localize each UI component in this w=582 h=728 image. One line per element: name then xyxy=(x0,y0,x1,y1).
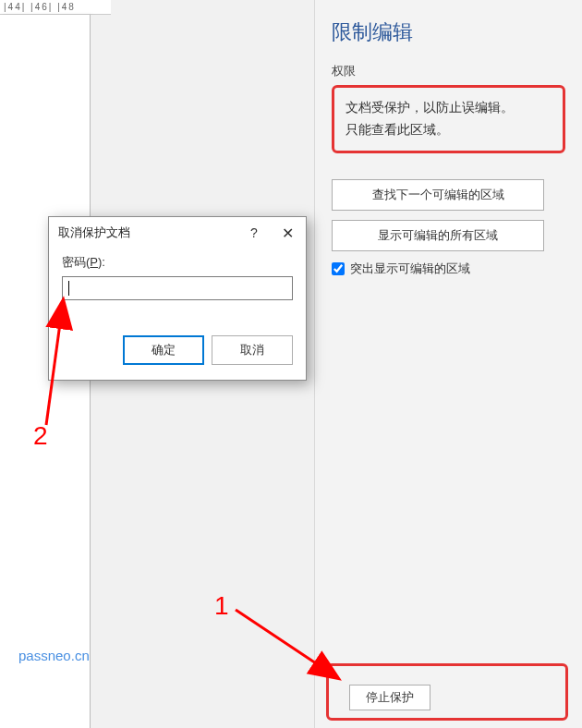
restrict-editing-pane: 限制编辑 权限 文档受保护，以防止误编辑。 只能查看此区域。 查找下一个可编辑的… xyxy=(314,0,582,728)
stop-protection-highlight: 停止保护 xyxy=(326,663,568,721)
show-all-regions-button[interactable]: 显示可编辑的所有区域 xyxy=(332,220,544,251)
perm-text-2: 只能查看此区域。 xyxy=(346,119,552,141)
password-label: 密码(P): xyxy=(62,254,293,271)
annotation-number-2: 2 xyxy=(33,421,48,451)
stop-protection-button[interactable]: 停止保护 xyxy=(349,685,430,710)
ok-button[interactable]: 确定 xyxy=(123,335,204,365)
text-cursor xyxy=(68,281,69,296)
highlight-regions-checkbox-row[interactable]: 突出显示可编辑的区域 xyxy=(332,261,565,277)
watermark: passneo.cn xyxy=(18,648,90,663)
permissions-label: 权限 xyxy=(332,63,565,79)
highlight-regions-label: 突出显示可编辑的区域 xyxy=(350,261,470,277)
dialog-title: 取消保护文档 xyxy=(58,224,237,241)
ruler: |44| |46| |48 xyxy=(0,0,111,15)
pane-title: 限制编辑 xyxy=(332,18,565,46)
highlight-regions-checkbox[interactable] xyxy=(332,262,345,275)
annotation-number-1: 1 xyxy=(214,591,229,621)
dialog-titlebar[interactable]: 取消保护文档 ? ✕ xyxy=(49,217,306,249)
help-icon[interactable]: ? xyxy=(237,220,271,246)
close-icon[interactable]: ✕ xyxy=(271,220,304,246)
password-input[interactable] xyxy=(62,276,293,300)
dialog-body: 密码(P): 确定 取消 xyxy=(49,249,306,380)
permissions-info-box: 文档受保护，以防止误编辑。 只能查看此区域。 xyxy=(332,85,565,153)
unprotect-dialog: 取消保护文档 ? ✕ 密码(P): 确定 取消 xyxy=(48,216,307,381)
perm-text-1: 文档受保护，以防止误编辑。 xyxy=(346,97,552,119)
cancel-button[interactable]: 取消 xyxy=(212,335,293,365)
find-next-region-button[interactable]: 查找下一个可编辑的区域 xyxy=(332,179,544,211)
